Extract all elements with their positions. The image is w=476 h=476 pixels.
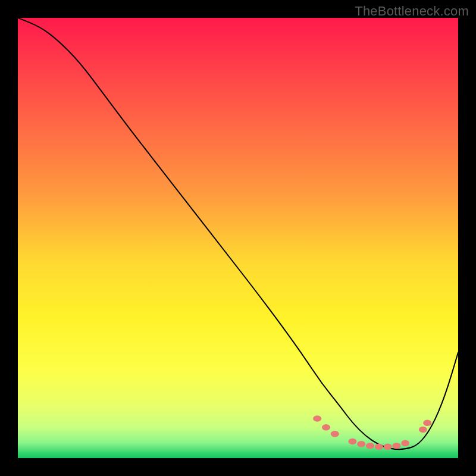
plot-background: [18, 18, 458, 458]
chart-frame: TheBottleneck.com: [0, 0, 476, 476]
highlight-point: [419, 427, 427, 433]
highlight-point: [401, 440, 409, 447]
highlight-point: [313, 415, 321, 422]
highlight-point: [366, 443, 374, 449]
bottleneck-chart: [18, 18, 458, 458]
highlight-point: [331, 431, 339, 437]
highlight-point: [322, 424, 330, 431]
highlight-point: [375, 444, 383, 450]
highlight-point: [423, 420, 431, 427]
attribution-label: TheBottleneck.com: [355, 4, 469, 19]
highlight-point: [357, 441, 365, 447]
highlight-point: [348, 439, 356, 445]
highlight-point: [384, 444, 392, 450]
highlight-point: [392, 443, 400, 449]
